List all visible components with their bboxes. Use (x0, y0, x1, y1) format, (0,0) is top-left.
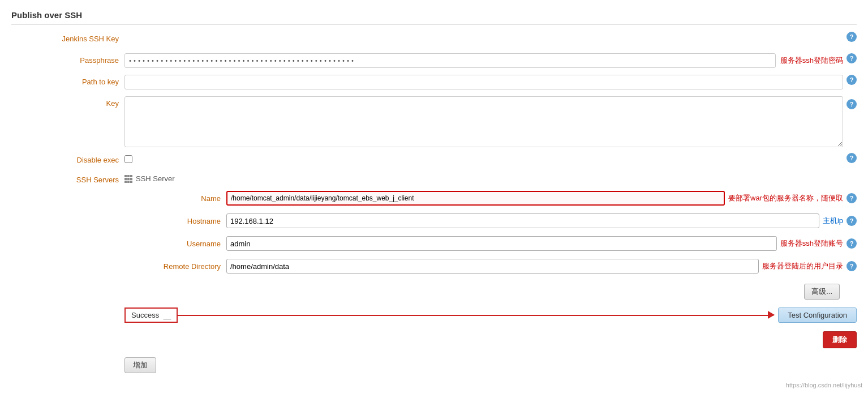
hostname-label: Hostname (124, 217, 226, 225)
hostname-control: 主机ip (226, 213, 843, 228)
success-text: Success (131, 311, 159, 319)
remote-directory-control: 服务器登陆后的用户目录 (226, 259, 843, 274)
name-row: Name 要部署war包的服务器名称，随便取 ? (124, 191, 857, 206)
hostname-annotation: 主机ip (823, 216, 843, 226)
username-annotation: 服务器ssh登陆账号 (780, 238, 843, 249)
arrow-area (178, 306, 774, 323)
name-help-icon[interactable]: ? (846, 193, 857, 203)
hostname-help-icon[interactable]: ? (846, 216, 857, 226)
delete-button[interactable]: 删除 (823, 331, 857, 348)
success-box: Success __ (124, 307, 178, 323)
success-underscore: __ (164, 311, 171, 319)
ssh-server-header-label: SSH Server (136, 174, 175, 183)
jenkins-ssh-key-label: Jenkins SSH Key (11, 32, 124, 43)
remote-directory-row: Remote Directory 服务器登陆后的用户目录 ? (124, 259, 857, 274)
advanced-button[interactable]: 高级... (804, 284, 840, 300)
key-label: Key (11, 96, 124, 108)
key-row: Key ? (11, 96, 857, 147)
watermark: https://blog.csdn.net/lijyhust (786, 382, 862, 388)
username-input[interactable] (226, 236, 777, 251)
publish-over-ssh-panel: Publish over SSH Jenkins SSH Key ? Passp… (0, 0, 868, 393)
passphrase-input[interactable] (124, 53, 776, 68)
username-help-icon[interactable]: ? (846, 238, 857, 249)
name-input[interactable] (226, 191, 725, 206)
red-arrow-head (768, 311, 775, 319)
ssh-servers-row: SSH Servers SSH Server Name 要部署war包的服务器名… (11, 174, 857, 348)
key-textarea[interactable] (124, 96, 843, 147)
passphrase-help-icon[interactable]: ? (846, 53, 857, 63)
test-configuration-button[interactable]: Test Configuration (778, 307, 857, 323)
key-help-icon[interactable]: ? (846, 99, 857, 109)
jenkins-ssh-key-row: Jenkins SSH Key ? (11, 32, 857, 48)
path-to-key-label: Path to key (11, 75, 124, 86)
remote-directory-help-icon[interactable]: ? (846, 261, 857, 271)
hostname-input[interactable] (226, 213, 819, 228)
remote-directory-label: Remote Directory (124, 262, 226, 271)
drag-handle-icon (124, 175, 132, 183)
path-to-key-row: Path to key ? (11, 75, 857, 91)
name-annotation: 要部署war包的服务器名称，随便取 (728, 193, 843, 203)
disable-exec-label: Disable exec (11, 153, 124, 164)
path-to-key-help-icon[interactable]: ? (846, 75, 857, 85)
path-to-key-control (124, 75, 843, 89)
passphrase-input-wrapper: 服务器ssh登陆密码 (124, 53, 843, 68)
disable-exec-checkbox[interactable] (124, 155, 132, 163)
add-button[interactable]: 增加 (124, 357, 156, 373)
ssh-server-header: SSH Server (124, 174, 175, 183)
key-control (124, 96, 843, 147)
username-label: Username (124, 240, 226, 248)
hostname-row: Hostname 主机ip ? (124, 213, 857, 228)
section-title: Publish over SSH (11, 6, 857, 25)
remote-directory-input[interactable] (226, 259, 759, 274)
red-arrow-line (178, 315, 774, 316)
ssh-servers-label: SSH Servers (11, 174, 124, 184)
jenkins-ssh-key-help-icon[interactable]: ? (846, 32, 857, 42)
disable-exec-control (124, 153, 843, 163)
name-label: Name (124, 194, 226, 203)
disable-exec-help-icon[interactable]: ? (846, 153, 857, 163)
path-to-key-input[interactable] (124, 75, 843, 89)
name-control: 要部署war包的服务器名称，随便取 (226, 191, 843, 206)
remote-directory-annotation: 服务器登陆后的用户目录 (762, 261, 843, 271)
ssh-servers-control: SSH Server Name 要部署war包的服务器名称，随便取 ? Host… (124, 174, 857, 348)
passphrase-label: Passphrase (11, 53, 124, 65)
username-control: 服务器ssh登陆账号 (226, 236, 843, 251)
disable-exec-row: Disable exec ? (11, 153, 857, 169)
passphrase-row: Passphrase 服务器ssh登陆密码 ? (11, 53, 857, 69)
username-row: Username 服务器ssh登陆账号 ? (124, 236, 857, 251)
passphrase-control: 服务器ssh登陆密码 (124, 53, 843, 68)
passphrase-annotation: 服务器ssh登陆密码 (780, 55, 843, 66)
